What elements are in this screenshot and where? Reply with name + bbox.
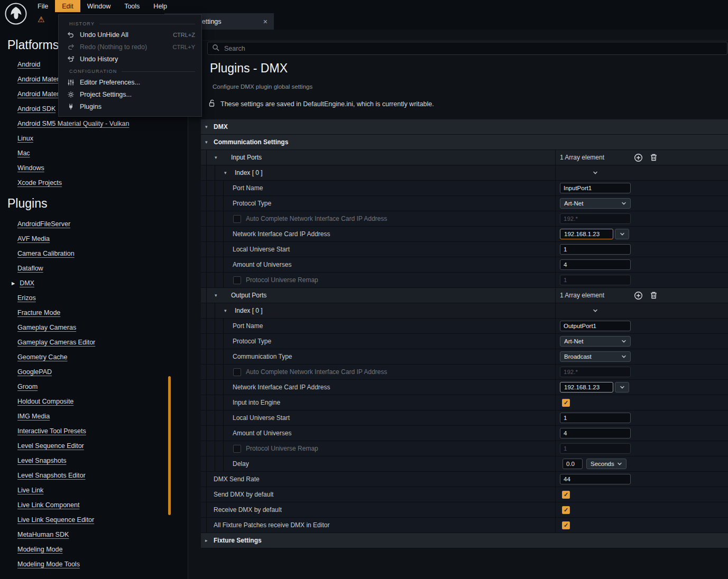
sidebar-item-level-sequence-editor[interactable]: Level Sequence Editor bbox=[0, 438, 182, 453]
delay-value-cell: Seconds bbox=[555, 456, 728, 471]
sidebar-item-live-link[interactable]: Live Link bbox=[0, 483, 182, 498]
menu-item-plugins[interactable]: Plugins bbox=[59, 100, 201, 113]
sidebar-scrollbar[interactable] bbox=[168, 376, 171, 515]
sidebar-item-geometry-cache[interactable]: Geometry Cache bbox=[0, 350, 182, 365]
collapse-chevron-icon[interactable] bbox=[593, 170, 598, 175]
array-label[interactable]: Output Ports bbox=[231, 292, 266, 299]
indent-guide bbox=[215, 380, 215, 395]
expander-open-icon[interactable]: ▾ bbox=[215, 155, 217, 160]
combo-dropdown-button[interactable] bbox=[615, 382, 629, 393]
plugin-list: AndroidFileServerAVF MediaCamera Calibra… bbox=[0, 217, 182, 572]
sidebar-item-live-link-sequence-editor[interactable]: Live Link Sequence Editor bbox=[0, 512, 182, 527]
category-label[interactable]: Communication Settings bbox=[214, 138, 288, 146]
menu-item-editor-preferences[interactable]: Editor Preferences... bbox=[59, 76, 201, 88]
index-label[interactable]: Index [ 0 ] bbox=[235, 307, 263, 314]
sidebar-item-fracture-mode[interactable]: Fracture Mode bbox=[0, 305, 182, 320]
sidebar-item-img-media[interactable]: IMG Media bbox=[0, 409, 182, 424]
combo-dropdown-button[interactable] bbox=[615, 229, 629, 239]
expander-open-icon[interactable]: ▾ bbox=[205, 124, 208, 129]
sidebar-item-holdout-composite[interactable]: Holdout Composite bbox=[0, 394, 182, 409]
sidebar-item-level-snapshots[interactable]: Level Snapshots bbox=[0, 453, 182, 468]
amount-of-universes-input[interactable] bbox=[560, 428, 631, 438]
category-label[interactable]: Fixture Settings bbox=[214, 537, 262, 544]
protocol-universe-remap-checkbox[interactable] bbox=[233, 445, 241, 453]
expander-open-icon[interactable]: ▾ bbox=[224, 170, 227, 175]
auto-complete-network-interface-card-ip-address-checkbox[interactable] bbox=[233, 215, 241, 223]
sidebar-item-camera-calibration[interactable]: Camera Calibration bbox=[0, 246, 182, 261]
delay-input[interactable] bbox=[563, 459, 583, 469]
input-into-engine-checkbox[interactable]: ✓ bbox=[562, 399, 570, 407]
sidebar-item-metahuman-sdk[interactable]: MetaHuman SDK bbox=[0, 527, 182, 542]
sidebar-item-level-snapshots-editor[interactable]: Level Snapshots Editor bbox=[0, 468, 182, 483]
expander-open-icon[interactable]: ▾ bbox=[224, 308, 227, 313]
network-interface-card-ip-address-value-cell bbox=[555, 380, 728, 395]
menu-item-undo-history[interactable]: Undo History bbox=[59, 53, 201, 65]
port-name-input[interactable] bbox=[560, 321, 631, 331]
sidebar-item-label: Xcode Projects bbox=[17, 179, 62, 186]
protocol-type-select[interactable]: Art-Net bbox=[560, 198, 631, 209]
sidebar-item-modeling-mode[interactable]: Modeling Mode bbox=[0, 542, 182, 557]
amount-of-universes-input[interactable] bbox=[560, 259, 631, 270]
auto-complete-network-interface-card-ip-address-checkbox[interactable] bbox=[233, 368, 241, 376]
indent-guide bbox=[206, 196, 207, 211]
search-input[interactable] bbox=[223, 44, 723, 53]
sidebar-item-modeling-mode-tools[interactable]: Modeling Mode Tools bbox=[0, 557, 182, 572]
delay-unit-select[interactable]: Seconds bbox=[586, 459, 626, 469]
sidebar-item-interactive-tool-presets[interactable]: Interactive Tool Presets bbox=[0, 424, 182, 438]
sidebar-item-dataflow[interactable]: Dataflow bbox=[0, 261, 182, 276]
sidebar-item-xcode-projects[interactable]: Xcode Projects bbox=[0, 175, 182, 190]
index-label[interactable]: Index [ 0 ] bbox=[235, 169, 263, 176]
category-label[interactable]: DMX bbox=[214, 123, 228, 130]
expander-open-icon[interactable]: ▾ bbox=[205, 139, 208, 145]
add-array-element-icon[interactable] bbox=[634, 153, 643, 162]
menubar-item-help[interactable]: Help bbox=[146, 0, 174, 12]
sidebar-item-gameplay-cameras[interactable]: Gameplay Cameras bbox=[0, 320, 182, 335]
expander-closed-icon[interactable]: ▸ bbox=[205, 538, 208, 543]
protocol-universe-remap-checkbox[interactable] bbox=[233, 276, 241, 284]
delay-label: Delay bbox=[233, 460, 249, 468]
clear-array-icon[interactable] bbox=[650, 291, 658, 300]
menubar-item-tools[interactable]: Tools bbox=[117, 0, 146, 12]
menubar-item-file[interactable]: File bbox=[31, 0, 55, 12]
sidebar-item-gameplay-cameras-editor[interactable]: Gameplay Cameras Editor bbox=[0, 335, 182, 350]
receive-dmx-by-default-checkbox[interactable]: ✓ bbox=[562, 506, 570, 514]
sidebar-item-linux[interactable]: Linux bbox=[0, 131, 182, 146]
dmx-send-rate-input[interactable] bbox=[560, 474, 631, 484]
unreal-engine-logo[interactable] bbox=[4, 2, 28, 27]
sidebar-item-android-sm5-material-quality-vulkan[interactable]: Android SM5 Material Quality - Vulkan bbox=[0, 116, 182, 131]
sidebar-item-googlepad[interactable]: GooglePAD bbox=[0, 365, 182, 379]
array-label[interactable]: Input Ports bbox=[231, 154, 262, 161]
sidebar-item-androidfileserver[interactable]: AndroidFileServer bbox=[0, 217, 182, 231]
send-dmx-by-default-checkbox[interactable]: ✓ bbox=[562, 491, 570, 499]
menu-item-project-settings[interactable]: Project Settings... bbox=[59, 88, 201, 100]
protocol-type-select[interactable]: Art-Net bbox=[560, 336, 631, 347]
indent-guide bbox=[206, 150, 207, 165]
indent-guide bbox=[223, 273, 224, 287]
communication-type-select[interactable]: Broadcast bbox=[560, 351, 631, 362]
network-interface-card-ip-address-input[interactable] bbox=[560, 382, 613, 393]
collapse-chevron-icon[interactable] bbox=[593, 308, 598, 313]
add-array-element-icon[interactable] bbox=[634, 291, 643, 300]
unlocked-padlock-icon[interactable] bbox=[208, 99, 216, 109]
sidebar-item-groom[interactable]: Groom bbox=[0, 379, 182, 394]
indent-guide bbox=[223, 365, 224, 379]
expander-open-icon[interactable]: ▾ bbox=[215, 293, 217, 298]
sidebar-item-avf-media[interactable]: AVF Media bbox=[0, 231, 182, 246]
port-name-input[interactable] bbox=[560, 183, 631, 193]
sidebar-item-live-link-component[interactable]: Live Link Component bbox=[0, 498, 182, 512]
sidebar-item-mac[interactable]: Mac bbox=[0, 146, 182, 161]
menu-item-undo-unhide-all[interactable]: Undo UnHide AllCTRL+Z bbox=[59, 29, 201, 41]
settings-search[interactable] bbox=[207, 42, 727, 55]
menubar-item-window[interactable]: Window bbox=[80, 0, 117, 12]
network-interface-card-ip-address-input[interactable] bbox=[560, 229, 613, 239]
tab-close-icon[interactable]: × bbox=[263, 17, 268, 26]
local-universe-start-input[interactable] bbox=[560, 413, 631, 423]
sidebar-item-dmx[interactable]: ▶DMX bbox=[0, 276, 182, 291]
sidebar-item-windows[interactable]: Windows bbox=[0, 161, 182, 175]
clear-array-icon[interactable] bbox=[650, 153, 658, 162]
local-universe-start-input[interactable] bbox=[560, 244, 631, 255]
menubar-item-edit[interactable]: Edit bbox=[55, 0, 80, 12]
all-fixture-patches-receive-dmx-in-editor-checkbox[interactable]: ✓ bbox=[562, 521, 570, 529]
sidebar-item-erizos[interactable]: Erizos bbox=[0, 291, 182, 305]
sidebar-item-label: AVF Media bbox=[17, 235, 50, 242]
